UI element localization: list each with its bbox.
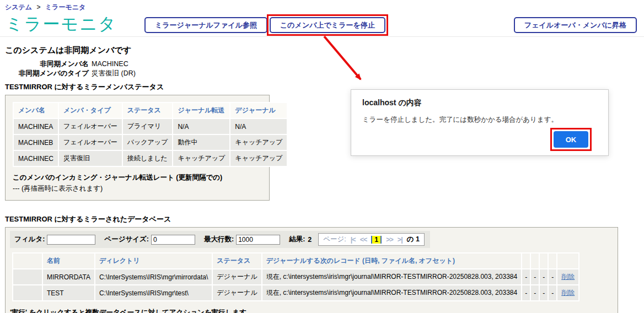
cell-dash: - xyxy=(540,269,548,284)
col-journal-transfer: ジャーナル転送 xyxy=(173,103,229,118)
cell-dash: - xyxy=(540,285,548,300)
execute-note: '実行' をクリックすると複数データベースに対してアクションを実行します xyxy=(10,308,613,313)
filter-input[interactable] xyxy=(47,235,95,245)
async-member-name-row: 非同期メンバ名MACHINEC xyxy=(5,60,644,69)
cell-member-name: MACHINEB xyxy=(14,135,58,150)
filter-label: フィルタ: xyxy=(14,235,45,244)
cell-dash: - xyxy=(549,285,556,300)
page-size-label: ページサイズ: xyxy=(104,235,149,244)
cell-next-record: 現在, c:\intersystems\iris\mgr\journal\MIR… xyxy=(262,285,521,300)
cell-status: 接続しました xyxy=(123,151,173,166)
promote-to-failover-button[interactable]: フェイルオーバ・メンバに昇格 xyxy=(514,17,637,33)
mirrored-databases-table: 名前 ディレクトリ ステータス デジャーナルする次のレコード (日時, ファイル… xyxy=(12,252,579,301)
cell-dejournal: キャッチアップ xyxy=(230,151,287,166)
table-header-row: 名前 ディレクトリ ステータス デジャーナルする次のレコード (日時, ファイル… xyxy=(13,253,578,268)
async-member-name-label: 非同期メンバ名 xyxy=(5,60,89,69)
alert-dialog: localhost の内容 ミラーを停止しました。完了には数秒かかる場合がありま… xyxy=(351,89,609,156)
main-content: このシステムは非同期メンバです 非同期メンバ名MACHINEC 非同期メンバのタ… xyxy=(0,45,644,313)
empty-header-cell xyxy=(557,253,578,268)
async-member-type-label: 非同期メンバのタイプ xyxy=(5,69,89,78)
table-row: MACHINEB フェイルオーバー バックアップ 動作中 キャッチアップ xyxy=(14,135,287,150)
col-next-record: デジャーナルする次のレコード (日時, ファイル名, オフセット) xyxy=(262,253,521,268)
row-lead-cell xyxy=(13,269,42,284)
cell-directory: C:\InterSystems\IRIS\mgr\mirrordata\ xyxy=(95,269,212,284)
cell-db-status: デジャーナル xyxy=(213,269,261,284)
empty-header-cell xyxy=(531,253,539,268)
mirrored-databases-heading: TESTMIRROR に対するミラーされたデータベース xyxy=(5,214,644,224)
results-count: 2 xyxy=(308,236,312,244)
async-member-type-row: 非同期メンバのタイプ災害復旧 (DR) xyxy=(5,69,644,78)
cell-journal-transfer: 動作中 xyxy=(173,135,229,150)
mirrored-databases-panel: フィルタ: ページサイズ: 最大行数: 結果: 2 ページ: |< << 1 >… xyxy=(5,227,618,313)
cell-member-type: 災害復旧 xyxy=(59,151,122,166)
ok-highlight-box: OK xyxy=(550,128,592,151)
breadcrumb-mirror-monitor-link[interactable]: ミラーモニタ xyxy=(45,3,85,11)
member-status-table: メンバ名 メンバ・タイプ ステータス ジャーナル転送 デジャーナル MACHIN… xyxy=(13,102,288,167)
filter-bar: フィルタ: ページサイズ: 最大行数: 結果: 2 ページ: |< << 1 >… xyxy=(10,231,430,248)
delete-link[interactable]: 削除 xyxy=(561,289,575,296)
cell-dash: - xyxy=(531,285,539,300)
cell-dejournal: キャッチアップ xyxy=(230,135,287,150)
pager-first-button[interactable]: |< xyxy=(351,236,356,244)
col-status: ステータス xyxy=(123,103,173,118)
pager-current-page[interactable]: 1 xyxy=(371,236,382,244)
breadcrumb-separator: > xyxy=(36,3,40,11)
async-member-type-value: 災害復旧 (DR) xyxy=(92,69,136,77)
cell-db-name: MIRRORDATA xyxy=(43,269,94,284)
cell-directory: C:\InterSystems\IRIS\mgr\test\ xyxy=(95,285,212,300)
col-db-status: ステータス xyxy=(213,253,261,268)
cell-member-name: MACHINEC xyxy=(14,151,58,166)
ok-button[interactable]: OK xyxy=(554,131,588,148)
journal-rate-label: このメンバのインカミング・ジャーナル転送レート (更新間隔での) xyxy=(13,173,262,182)
page-size-input[interactable] xyxy=(151,235,195,245)
cell-status: バックアップ xyxy=(123,135,173,150)
table-row: MACHINEA フェイルオーバー プライマリ N/A N/A xyxy=(14,119,287,134)
pager-next-button[interactable]: >> xyxy=(386,236,393,244)
col-dejournal: デジャーナル xyxy=(230,103,287,118)
cell-next-record: 現在, c:\intersystems\iris\mgr\journal\MIR… xyxy=(262,269,521,284)
row-lead-cell xyxy=(13,285,42,300)
page-title: ミラーモニタ xyxy=(6,13,117,36)
empty-header-cell xyxy=(13,253,42,268)
cell-journal-transfer: キャッチアップ xyxy=(173,151,229,166)
table-row: MACHINEC 災害復旧 接続しました キャッチアップ キャッチアップ xyxy=(14,151,287,166)
table-row: MIRRORDATA C:\InterSystems\IRIS\mgr\mirr… xyxy=(13,269,578,284)
col-member-name: メンバ名 xyxy=(14,103,58,118)
table-row: TEST C:\InterSystems\IRIS\mgr\test\ デジャー… xyxy=(13,285,578,300)
cell-dash: - xyxy=(531,269,539,284)
cell-member-name: MACHINEA xyxy=(14,119,58,134)
max-rows-input[interactable] xyxy=(236,235,280,245)
pager-total-pages: の 1 xyxy=(407,235,420,244)
col-member-type: メンバ・タイプ xyxy=(59,103,122,118)
member-status-panel: メンバ名 メンバ・タイプ ステータス ジャーナル転送 デジャーナル MACHIN… xyxy=(5,95,270,201)
col-directory: ディレクトリ xyxy=(95,253,212,268)
cell-db-status: デジャーナル xyxy=(213,285,261,300)
table-header-row: メンバ名 メンバ・タイプ ステータス ジャーナル転送 デジャーナル xyxy=(14,103,287,118)
cell-member-type: フェイルオーバー xyxy=(59,119,122,134)
system-role-heading: このシステムは非同期メンバです xyxy=(5,45,644,56)
cell-db-name: TEST xyxy=(43,285,94,300)
page-header: ミラーモニタ ミラージャーナルファイル参照 このメンバ上でミラーを停止 フェイル… xyxy=(0,12,644,37)
breadcrumb: システム > ミラーモニタ xyxy=(0,0,644,12)
delete-link[interactable]: 削除 xyxy=(561,273,575,280)
cell-dash: - xyxy=(549,269,556,284)
max-rows-label: 最大行数: xyxy=(204,235,234,244)
pager-last-button[interactable]: >| xyxy=(398,236,402,244)
cell-dejournal: N/A xyxy=(230,119,287,134)
pager-label: ページ: xyxy=(323,235,346,244)
async-member-name-value: MACHINEC xyxy=(92,60,128,68)
pager: ページ: |< << 1 >> >| の 1 xyxy=(318,233,425,246)
alert-dialog-message: ミラーを停止しました。完了には数秒かかる場合があります。 xyxy=(351,108,608,125)
journal-rate-value: --- (再描画時に表示されます) xyxy=(13,184,262,193)
breadcrumb-system-link[interactable]: システム xyxy=(5,3,32,11)
empty-header-cell xyxy=(540,253,548,268)
cell-member-type: フェイルオーバー xyxy=(59,135,122,150)
pager-prev-button[interactable]: << xyxy=(360,236,367,244)
view-mirror-journal-files-button[interactable]: ミラージャーナルファイル参照 xyxy=(144,17,267,33)
cell-dash: - xyxy=(522,285,530,300)
col-db-name: 名前 xyxy=(43,253,94,268)
stop-mirror-button[interactable]: このメンバ上でミラーを停止 xyxy=(270,17,385,33)
cell-action: 削除 xyxy=(557,269,578,284)
cell-status: プライマリ xyxy=(123,119,173,134)
results-label: 結果: xyxy=(289,235,305,244)
